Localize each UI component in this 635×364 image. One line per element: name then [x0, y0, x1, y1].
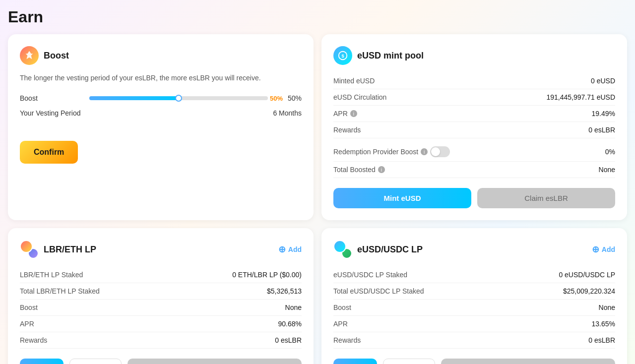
lbr-apr-label: APR	[20, 320, 34, 328]
apr-label: APR i	[333, 110, 357, 118]
eusd-pool-buttons: Mint eUSD Claim esLBR	[333, 188, 615, 208]
eusd-usdc-claim-button[interactable]: Claim esLBR	[441, 359, 615, 364]
eusd-usdc-rewards-row: Rewards 0 esLBR	[333, 332, 615, 349]
lbr-eth-add-button[interactable]: ⊕ Add	[278, 244, 302, 255]
total-boosted-value: None	[599, 166, 615, 174]
rewards-label: Rewards	[333, 126, 361, 134]
eusd-pool-title: eUSD mint pool	[357, 51, 424, 61]
circulation-row: eUSD Circulation 191,445,997.71 eUSD	[333, 89, 615, 106]
claim-eslbr-eusd-button[interactable]: Claim esLBR	[477, 188, 615, 208]
redemption-label: Redemption Provider Boost i	[333, 146, 450, 157]
redemption-value: 0%	[605, 148, 615, 156]
total-boosted-row: Total Boosted i None	[333, 162, 615, 178]
boost-label: Boost	[20, 94, 89, 102]
minted-value: 0 eUSD	[591, 77, 615, 85]
lbr-eth-lp-card: LBR/ETH LP ⊕ Add LBR/ETH LP Staked 0 ETH…	[8, 228, 314, 364]
add-circle-icon: ⊕	[278, 244, 286, 255]
boost-card: Boost The longer the vesting period of y…	[8, 34, 314, 220]
rewards-row: Rewards 0 esLBR	[333, 122, 615, 138]
total-boosted-label: Total Boosted i	[333, 166, 385, 174]
vesting-row: Your Vesting Period 6 Months	[20, 109, 302, 117]
page-title: Earn	[8, 8, 627, 26]
eusd-usdc-staked-label: eUSD/USDC LP Staked	[333, 271, 407, 279]
lbr-eth-buttons: Stake Unstake Claim esLBR	[20, 359, 302, 364]
minted-label: Minted eUSD	[333, 77, 375, 85]
boost-slider-container[interactable]: 50%	[89, 93, 268, 103]
lbr-rewards-value: 0 esLBR	[275, 336, 302, 344]
eusd-usdc-apr-value: 13.65%	[592, 320, 615, 328]
lbr-total-staked-label: Total LBR/ETH LP Staked	[20, 287, 100, 295]
lbr-eth-header: LBR/ETH LP ⊕ Add	[20, 240, 302, 259]
vesting-value: 6 Months	[273, 109, 302, 117]
boost-description: The longer the vesting period of your es…	[20, 73, 302, 83]
boost-title: Boost	[44, 51, 69, 61]
apr-row: APR i 19.49%	[333, 106, 615, 122]
lbr-rewards-row: Rewards 0 esLBR	[20, 332, 302, 349]
rewards-value: 0 esLBR	[588, 126, 615, 134]
apr-info-icon[interactable]: i	[350, 110, 357, 117]
eusd-usdc-stake-button[interactable]: Stake	[333, 359, 377, 364]
main-grid: Boost The longer the vesting period of y…	[8, 34, 627, 364]
eusd-usdc-add-button[interactable]: ⊕ Add	[592, 244, 615, 255]
lbr-apr-value: 90.68%	[278, 320, 302, 328]
lbr-apr-row: APR 90.68%	[20, 316, 302, 332]
redemption-info-icon[interactable]: i	[421, 148, 428, 155]
eusd-usdc-icon	[333, 240, 352, 259]
boost-icon	[20, 46, 39, 65]
boost-slider-row: Boost 50% 50%	[20, 93, 302, 103]
lbr-staked-label: LBR/ETH LP Staked	[20, 271, 83, 279]
minted-row: Minted eUSD 0 eUSD	[333, 73, 615, 89]
eusd-usdc-header: eUSD/USDC LP ⊕ Add	[333, 240, 615, 259]
eusd-usdc-buttons: Stake Unstake Claim esLBR	[333, 359, 615, 364]
lbr-total-staked-row: Total LBR/ETH LP Staked $5,326,513	[20, 283, 302, 300]
eusd-usdc-title: eUSD/USDC LP	[357, 244, 423, 255]
eusd-usdc-unstake-button: Unstake	[383, 359, 435, 364]
lbr-boost-label: Boost	[20, 303, 38, 311]
eusd-usdc-total-staked-value: $25,009,220.324	[563, 287, 615, 295]
lbr-total-staked-value: $5,326,513	[267, 287, 302, 295]
lbr-icon-a	[20, 240, 33, 253]
lbr-stake-button[interactable]: Stake	[20, 359, 64, 364]
eusd-usdc-staked-row: eUSD/USDC LP Staked 0 eUSD/USDC LP	[333, 267, 615, 283]
slider-percent-label: 50%	[270, 95, 283, 102]
eusd-usdc-rewards-label: Rewards	[333, 336, 361, 344]
slider-track	[89, 96, 268, 100]
svg-text:$: $	[341, 54, 344, 59]
eusd-usdc-apr-label: APR	[333, 320, 348, 328]
total-boosted-info-icon[interactable]: i	[378, 166, 385, 173]
lbr-boost-row: Boost None	[20, 300, 302, 316]
eusd-usdc-staked-value: 0 eUSD/USDC LP	[559, 271, 615, 279]
eusd-usdc-apr-row: APR 13.65%	[333, 316, 615, 332]
eusd-usdc-total-staked-row: Total eUSD/USDC LP Staked $25,009,220.32…	[333, 283, 615, 300]
eusd-add-circle-icon: ⊕	[592, 244, 599, 255]
eusd-usdc-boost-value: None	[599, 303, 615, 311]
eusd-pool-icon: $	[333, 46, 352, 65]
lbr-unstake-button: Unstake	[69, 359, 122, 364]
eusd-usdc-boost-label: Boost	[333, 303, 351, 311]
lbr-rewards-label: Rewards	[20, 336, 47, 344]
apr-value: 19.49%	[592, 110, 615, 118]
eusd-usdc-total-staked-label: Total eUSD/USDC LP Staked	[333, 287, 424, 295]
eusd-icon-a	[333, 240, 346, 253]
vesting-label: Your Vesting Period	[20, 109, 89, 117]
slider-thumb	[175, 95, 182, 102]
lbr-staked-row: LBR/ETH LP Staked 0 ETH/LBR LP ($0.00)	[20, 267, 302, 283]
eusd-pool-card: $ eUSD mint pool Minted eUSD 0 eUSD eUSD…	[321, 34, 627, 220]
lbr-boost-value: None	[285, 303, 302, 311]
lbr-eth-icon	[20, 240, 39, 259]
circulation-label: eUSD Circulation	[333, 93, 386, 101]
redemption-row: Redemption Provider Boost i 0%	[333, 142, 615, 162]
slider-fill	[89, 96, 179, 100]
eusd-pool-header: $ eUSD mint pool	[333, 46, 615, 65]
lbr-eth-title: LBR/ETH LP	[44, 244, 96, 255]
lbr-staked-value: 0 ETH/LBR LP ($0.00)	[232, 271, 302, 279]
redemption-toggle[interactable]	[430, 146, 450, 157]
lbr-claim-button[interactable]: Claim esLBR	[127, 359, 302, 364]
circulation-value: 191,445,997.71 eUSD	[546, 93, 615, 101]
eusd-usdc-lp-card: eUSD/USDC LP ⊕ Add eUSD/USDC LP Staked 0…	[321, 228, 627, 364]
mint-eusd-button[interactable]: Mint eUSD	[333, 188, 471, 208]
eusd-usdc-boost-row: Boost None	[333, 300, 615, 316]
eusd-usdc-rewards-value: 0 esLBR	[588, 336, 615, 344]
confirm-button[interactable]: Confirm	[20, 141, 78, 164]
boost-card-header: Boost	[20, 46, 302, 65]
